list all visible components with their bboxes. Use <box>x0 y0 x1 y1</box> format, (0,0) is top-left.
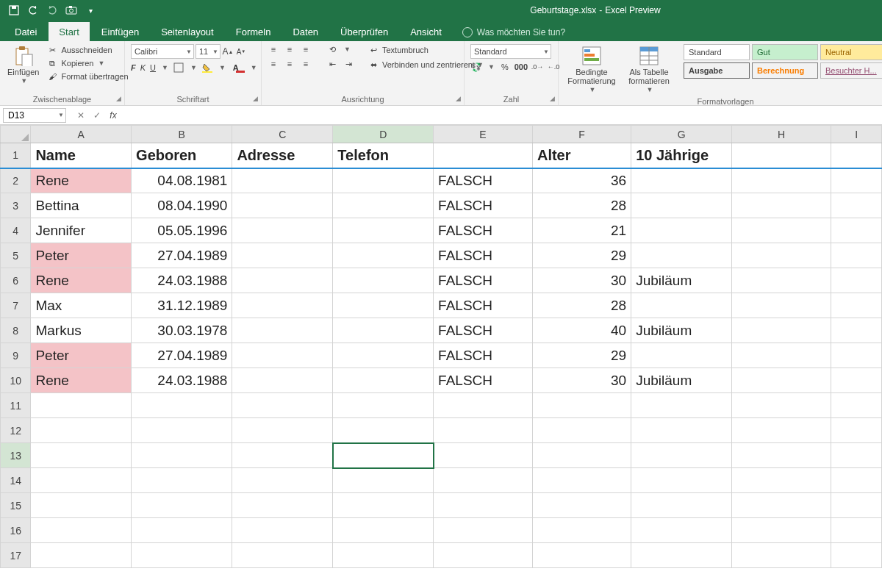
cell[interactable] <box>132 418 232 443</box>
cell[interactable] <box>31 543 132 568</box>
cell[interactable] <box>232 193 333 218</box>
cell[interactable] <box>434 443 533 468</box>
style-standard[interactable]: Standard <box>684 44 750 60</box>
cell[interactable]: Adresse <box>232 143 333 168</box>
column-header[interactable]: E <box>434 126 533 143</box>
cell[interactable] <box>333 218 434 243</box>
row-header[interactable]: 17 <box>1 543 31 568</box>
cell[interactable]: 29 <box>532 243 631 268</box>
cell[interactable] <box>333 543 434 568</box>
cell[interactable] <box>631 493 732 518</box>
cell[interactable] <box>434 393 533 418</box>
cell[interactable] <box>532 418 631 443</box>
cell[interactable]: 29 <box>532 343 631 368</box>
row-header[interactable]: 2 <box>1 168 31 193</box>
cell[interactable] <box>232 493 333 518</box>
cell[interactable]: FALSCH <box>434 343 533 368</box>
row-header[interactable]: 11 <box>1 393 31 418</box>
cell[interactable] <box>232 393 333 418</box>
cell[interactable] <box>434 543 533 568</box>
cell[interactable] <box>831 518 882 543</box>
cell[interactable] <box>732 418 831 443</box>
cell[interactable] <box>631 393 732 418</box>
cell[interactable] <box>732 268 831 293</box>
cell[interactable] <box>732 493 831 518</box>
cell[interactable] <box>831 143 882 168</box>
cell[interactable] <box>732 368 831 393</box>
cell[interactable] <box>831 468 882 493</box>
cell[interactable]: Bettina <box>31 193 132 218</box>
cell[interactable] <box>631 193 732 218</box>
cell[interactable]: Jennifer <box>31 218 132 243</box>
tab-ueberpruefen[interactable]: Überprüfen <box>330 22 398 41</box>
row-header[interactable]: 8 <box>1 318 31 343</box>
italic-button[interactable]: K <box>140 63 146 72</box>
cell[interactable]: FALSCH <box>434 193 533 218</box>
orientation-icon[interactable]: ⟲ <box>326 44 338 54</box>
cell[interactable] <box>31 393 132 418</box>
style-neutral[interactable]: Neutral <box>820 44 882 60</box>
row-header[interactable]: 6 <box>1 268 31 293</box>
cell[interactable] <box>732 193 831 218</box>
font-name-combo[interactable]: Calibri▼ <box>131 44 194 59</box>
cell[interactable]: 40 <box>532 318 631 343</box>
row-header[interactable]: 16 <box>1 518 31 543</box>
tab-seitenlayout[interactable]: Seitenlayout <box>151 22 224 41</box>
align-center-icon[interactable]: ≡ <box>284 59 295 69</box>
cell[interactable] <box>333 168 434 193</box>
cell[interactable]: 05.05.1996 <box>132 218 232 243</box>
cell[interactable] <box>232 443 333 468</box>
format-painter-button[interactable]: 🖌Format übertragen <box>45 71 129 82</box>
cell[interactable] <box>732 543 831 568</box>
align-right-icon[interactable]: ≡ <box>300 59 312 69</box>
column-header[interactable]: G <box>631 126 732 143</box>
cell[interactable] <box>631 468 732 493</box>
cell[interactable] <box>232 418 333 443</box>
cell[interactable] <box>132 518 232 543</box>
cell[interactable] <box>333 443 434 468</box>
cell[interactable]: FALSCH <box>434 268 533 293</box>
spreadsheet-grid[interactable]: ABCDEFGHI1NameGeborenAdresseTelefonAlter… <box>0 125 882 568</box>
style-ausgabe[interactable]: Ausgabe <box>684 62 750 79</box>
grow-font-icon[interactable]: A▲ <box>222 46 234 57</box>
cell[interactable] <box>333 318 434 343</box>
name-box[interactable]: D13▼ <box>3 108 66 123</box>
dialog-launcher-icon[interactable]: ◢ <box>550 95 555 102</box>
align-top-icon[interactable]: ≡ <box>268 44 279 54</box>
cell[interactable] <box>132 393 232 418</box>
cell[interactable]: Peter <box>31 243 132 268</box>
cell[interactable] <box>31 418 132 443</box>
cell[interactable]: FALSCH <box>434 318 533 343</box>
cell[interactable] <box>631 293 732 318</box>
cell[interactable]: Name <box>31 143 132 168</box>
cell[interactable] <box>232 218 333 243</box>
cell[interactable] <box>532 468 631 493</box>
cell[interactable] <box>831 268 882 293</box>
dialog-launcher-icon[interactable]: ◢ <box>116 95 121 102</box>
row-header[interactable]: 15 <box>1 493 31 518</box>
cell[interactable] <box>831 218 882 243</box>
row-header[interactable]: 12 <box>1 418 31 443</box>
cell[interactable] <box>434 418 533 443</box>
bold-button[interactable]: F <box>131 63 136 72</box>
style-besuchter[interactable]: Besuchter H... <box>820 62 882 79</box>
cell[interactable]: Max <box>31 293 132 318</box>
dialog-launcher-icon[interactable]: ◢ <box>456 95 461 102</box>
cell[interactable] <box>532 493 631 518</box>
paste-button[interactable]: Einfügen ▼ <box>6 44 40 87</box>
style-gut[interactable]: Gut <box>752 44 818 60</box>
cell[interactable] <box>532 393 631 418</box>
cell[interactable]: 27.04.1989 <box>132 343 232 368</box>
cell[interactable] <box>532 518 631 543</box>
cell[interactable] <box>333 343 434 368</box>
cell[interactable] <box>831 543 882 568</box>
cell[interactable] <box>232 268 333 293</box>
copy-button[interactable]: ⧉Kopieren▼ <box>45 57 129 69</box>
cell[interactable]: FALSCH <box>434 218 533 243</box>
cell[interactable] <box>831 393 882 418</box>
qat-customize-icon[interactable]: ▾ <box>84 4 97 17</box>
shrink-font-icon[interactable]: A▼ <box>235 46 247 57</box>
cell[interactable] <box>831 493 882 518</box>
cell[interactable] <box>434 493 533 518</box>
cell[interactable]: Peter <box>31 343 132 368</box>
